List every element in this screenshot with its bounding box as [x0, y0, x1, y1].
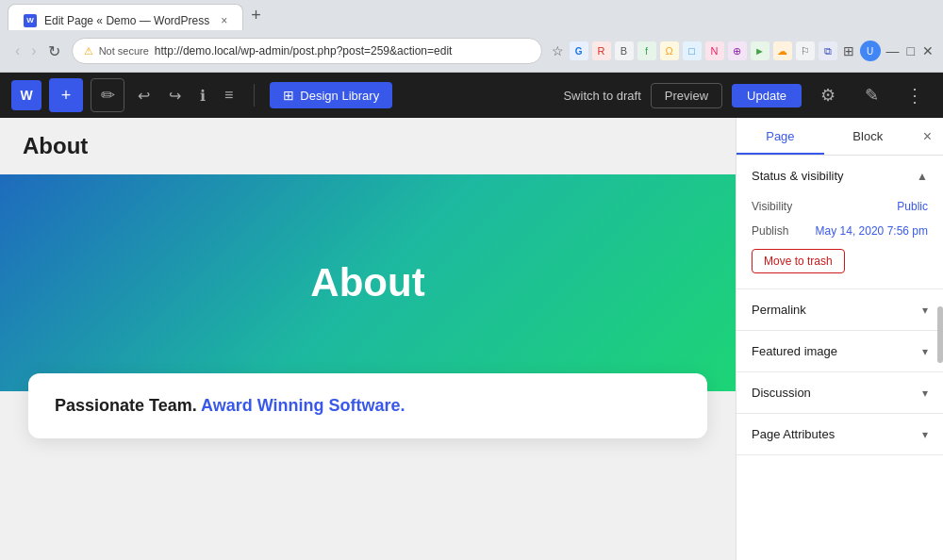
edit-mode-button[interactable]: ✎ — [854, 78, 888, 112]
section-permalink-arrow: ▾ — [922, 304, 928, 317]
main-layout: About About Passionate Team. Award Winni… — [0, 118, 943, 560]
card-title: Passionate Team. Award Winning Software. — [55, 396, 681, 416]
wp-logo-text: W — [20, 88, 32, 103]
update-button[interactable]: Update — [732, 84, 802, 107]
not-secure-label: Not secure — [99, 45, 149, 57]
card-title-static: Passionate Team. — [55, 396, 197, 415]
tab-block[interactable]: Block — [824, 118, 912, 155]
refresh-button[interactable]: ↻ — [44, 41, 64, 62]
ext-icon-1[interactable]: G — [570, 41, 588, 60]
section-discussion-header[interactable]: Discussion ▾ — [736, 372, 943, 413]
content-card: Passionate Team. Award Winning Software. — [28, 373, 707, 438]
section-status-title: Status & visibility — [752, 169, 844, 183]
section-status-header[interactable]: Status & visibility ▲ — [736, 156, 943, 196]
profile-avatar[interactable]: U — [860, 41, 881, 61]
tab-favicon: W — [24, 14, 37, 27]
section-featured-image: Featured image ▾ — [736, 331, 943, 372]
content-canvas: About Passionate Team. Award Winning Sof… — [0, 174, 736, 391]
right-sidebar: Page Block × Status & visibility ▲ Visib… — [736, 118, 943, 560]
sidebar-close-button[interactable]: × — [912, 121, 943, 153]
ext-icon-2[interactable]: R — [592, 41, 611, 60]
section-permalink: Permalink ▾ — [736, 289, 943, 331]
back-button[interactable]: ‹ — [11, 41, 24, 62]
preview-button[interactable]: Preview — [651, 83, 722, 108]
ext-icon-10[interactable]: ☁ — [773, 41, 792, 60]
toolbar-more-button[interactable]: ⋮ — [898, 78, 932, 112]
tab-page[interactable]: Page — [736, 118, 824, 155]
ext-icon-3[interactable]: B — [615, 41, 634, 60]
section-discussion-arrow: ▾ — [922, 387, 928, 400]
nav-arrows: ‹ › ↻ — [11, 41, 64, 62]
add-block-button[interactable]: + — [49, 78, 83, 112]
section-page-attributes-title: Page Attributes — [752, 427, 835, 441]
browser-chrome: ‹ › ↻ ⚠ Not secure ☆ G R B f Ω □ N ⊕ ► ☁… — [0, 30, 943, 73]
ext-icon-5[interactable]: Ω — [660, 41, 679, 60]
visibility-row: Visibility Public — [752, 200, 928, 213]
section-discussion-title: Discussion — [752, 386, 811, 400]
browser-maximize[interactable]: □ — [905, 41, 917, 60]
ext-icon-7[interactable]: N — [705, 41, 724, 60]
list-view-button[interactable]: ≡ — [219, 81, 239, 109]
browser-close[interactable]: ✕ — [920, 41, 935, 60]
section-featured-arrow: ▾ — [922, 345, 928, 358]
browser-minimize[interactable]: — — [885, 41, 902, 60]
section-page-attributes-arrow: ▾ — [922, 428, 928, 441]
publish-value[interactable]: May 14, 2020 7:56 pm — [816, 224, 928, 238]
redo-button[interactable]: ↪ — [163, 81, 187, 110]
hero-section: About Passionate Team. Award Winning Sof… — [0, 174, 736, 391]
tools-button[interactable]: ✏ — [91, 78, 124, 112]
section-discussion: Discussion ▾ — [736, 372, 943, 414]
design-library-label: Design Library — [300, 89, 379, 103]
publish-label: Publish — [752, 224, 788, 238]
section-permalink-title: Permalink — [752, 303, 806, 317]
design-library-button[interactable]: ⊞ Design Library — [270, 82, 392, 108]
ext-icon-9[interactable]: ► — [751, 41, 769, 60]
ext-icon-4[interactable]: f — [637, 41, 656, 60]
forward-button[interactable]: › — [27, 41, 40, 62]
browser-tab-bar: W Edit Page « Demo — WordPress × + — [0, 0, 943, 30]
section-featured-header[interactable]: Featured image ▾ — [736, 331, 943, 371]
address-bar-container[interactable]: ⚠ Not secure — [72, 38, 542, 64]
address-input[interactable] — [155, 44, 530, 58]
new-tab-button[interactable]: + — [243, 6, 269, 25]
info-button[interactable]: ℹ — [194, 81, 211, 110]
sidebar-scrollbar-thumb[interactable] — [937, 306, 943, 363]
page-title-area: About — [0, 118, 736, 174]
editor-area: About About Passionate Team. Award Winni… — [0, 118, 736, 560]
ext-icon-8[interactable]: ⊕ — [728, 41, 747, 60]
ext-icon-11[interactable]: ⚐ — [796, 41, 815, 60]
window-controls: ‹ › ↻ — [8, 41, 64, 62]
browser-toolbar-icons: ☆ G R B f Ω □ N ⊕ ► ☁ ⚐ ⧉ ⊞ U — □ ✕ — [550, 41, 935, 61]
move-to-trash-button[interactable]: Move to trash — [752, 249, 845, 273]
extensions-button[interactable]: ⊞ — [841, 41, 856, 60]
section-featured-title: Featured image — [752, 344, 837, 358]
section-status-visibility: Status & visibility ▲ Visibility Public … — [736, 156, 943, 289]
section-page-attributes-header[interactable]: Page Attributes ▾ — [736, 414, 943, 454]
active-tab[interactable]: W Edit Page « Demo — WordPress × — [8, 4, 243, 30]
ext-icon-6[interactable]: □ — [683, 41, 702, 60]
wp-toolbar-right: Switch to draft Preview Update ⚙ ✎ ⋮ — [563, 78, 932, 112]
card-title-highlight: Award Winning Software. — [197, 396, 405, 415]
undo-button[interactable]: ↩ — [132, 81, 156, 110]
section-status-arrow: ▲ — [917, 170, 928, 183]
section-status-content: Visibility Public Publish May 14, 2020 7… — [736, 196, 943, 288]
visibility-label: Visibility — [752, 200, 792, 213]
design-library-icon: ⊞ — [283, 88, 294, 103]
wp-logo[interactable]: W — [11, 80, 41, 110]
page-title[interactable]: About — [23, 133, 713, 159]
settings-button[interactable]: ⚙ — [811, 78, 845, 112]
security-icon: ⚠ — [84, 45, 93, 58]
section-page-attributes: Page Attributes ▾ — [736, 414, 943, 455]
tab-close-button[interactable]: × — [221, 14, 227, 27]
tab-strip: W Edit Page « Demo — WordPress × + — [0, 0, 943, 30]
visibility-value[interactable]: Public — [897, 200, 928, 213]
publish-row: Publish May 14, 2020 7:56 pm — [752, 224, 928, 238]
wp-toolbar: W + ✏ ↩ ↪ ℹ ≡ ⊞ Design Library Switch to… — [0, 73, 943, 118]
hero-heading: About — [310, 260, 424, 305]
sidebar-header: Page Block × — [736, 118, 943, 156]
section-permalink-header[interactable]: Permalink ▾ — [736, 289, 943, 330]
switch-draft-button[interactable]: Switch to draft — [563, 89, 640, 103]
tab-title: Edit Page « Demo — WordPress — [44, 14, 209, 27]
ext-icon-12[interactable]: ⧉ — [819, 41, 837, 60]
bookmark-button[interactable]: ☆ — [550, 41, 566, 60]
